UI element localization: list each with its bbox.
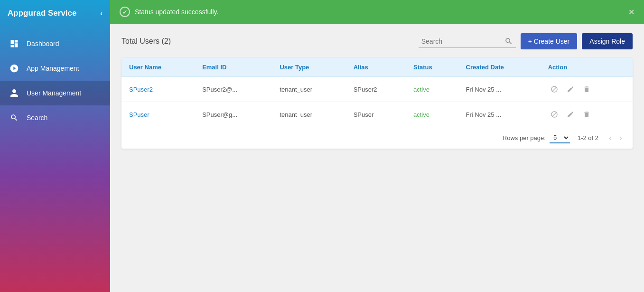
username-link[interactable]: SPuser2 bbox=[129, 86, 153, 93]
users-table-container: User Name Email ID User Type Alias Statu… bbox=[121, 58, 633, 149]
sidebar-item-user-management[interactable]: User Management bbox=[0, 81, 110, 105]
prev-page-button[interactable]: ‹ bbox=[606, 132, 615, 144]
cell-actions bbox=[541, 77, 633, 102]
content-area: Total Users (2) + Create User Assign Rol… bbox=[110, 24, 644, 292]
block-icon[interactable] bbox=[548, 108, 560, 121]
cell-alias: SPuser2 bbox=[346, 77, 406, 102]
page-info: 1-2 of 2 bbox=[578, 134, 598, 141]
next-page-button[interactable]: › bbox=[616, 132, 625, 144]
search-button[interactable] bbox=[504, 37, 513, 46]
delete-icon[interactable] bbox=[580, 108, 593, 121]
sidebar-item-app-management-label: App Management bbox=[27, 65, 79, 72]
users-table: User Name Email ID User Type Alias Statu… bbox=[121, 58, 633, 127]
col-username: User Name bbox=[121, 58, 195, 77]
cell-username: SPuser bbox=[121, 102, 195, 127]
edit-icon[interactable] bbox=[564, 83, 577, 95]
status-badge: active bbox=[413, 111, 429, 118]
dashboard-icon bbox=[9, 38, 20, 49]
success-icon: ✓ bbox=[120, 7, 130, 17]
search-box bbox=[419, 35, 516, 48]
cell-created-date: Fri Nov 25 ... bbox=[458, 77, 541, 102]
col-status: Status bbox=[406, 58, 458, 77]
banner-close-button[interactable]: ✕ bbox=[628, 8, 635, 17]
success-banner: ✓ Status updated successfully. ✕ bbox=[110, 0, 644, 24]
rows-per-page-select[interactable]: 5 10 25 50 bbox=[550, 132, 570, 143]
top-bar-actions: + Create User Assign Role bbox=[419, 33, 633, 49]
sidebar-nav: Dashboard App Management User Management… bbox=[0, 31, 110, 130]
sidebar-item-search-label: Search bbox=[27, 114, 47, 122]
app-name: Appgurad Service bbox=[8, 9, 77, 18]
table-header-row: User Name Email ID User Type Alias Statu… bbox=[121, 58, 633, 77]
create-user-button[interactable]: + Create User bbox=[521, 33, 578, 49]
sidebar-item-app-management[interactable]: App Management bbox=[0, 56, 110, 81]
user-management-icon bbox=[9, 87, 20, 99]
sidebar-item-dashboard-label: Dashboard bbox=[27, 40, 59, 47]
app-management-icon bbox=[9, 63, 20, 74]
cell-status: active bbox=[406, 77, 458, 102]
top-bar: Total Users (2) + Create User Assign Rol… bbox=[121, 33, 633, 49]
sidebar-item-search[interactable]: Search bbox=[0, 105, 110, 130]
search-input[interactable] bbox=[421, 38, 504, 45]
main-content: ✓ Status updated successfully. ✕ Total U… bbox=[110, 0, 644, 292]
cell-usertype: tenant_user bbox=[272, 77, 345, 102]
search-nav-icon bbox=[9, 112, 20, 123]
page-nav: ‹ › bbox=[606, 132, 625, 144]
table-row: SPuser2 SPuser2@... tenant_user SPuser2 … bbox=[121, 77, 633, 102]
rows-per-page-label: Rows per page: bbox=[503, 134, 546, 141]
sidebar-collapse-button[interactable]: ‹ bbox=[100, 9, 103, 17]
page-title: Total Users (2) bbox=[121, 37, 171, 46]
cell-actions bbox=[541, 102, 633, 127]
action-icons bbox=[548, 83, 625, 95]
rows-per-page: Rows per page: 5 10 25 50 bbox=[503, 132, 570, 143]
pagination-row: Rows per page: 5 10 25 50 1-2 of 2 ‹ › bbox=[121, 127, 633, 149]
cell-status: active bbox=[406, 102, 458, 127]
cell-usertype: tenant_user bbox=[272, 102, 345, 127]
sidebar: Appgurad Service ‹ Dashboard App Managem… bbox=[0, 0, 110, 292]
col-email: Email ID bbox=[195, 58, 272, 77]
sidebar-item-dashboard[interactable]: Dashboard bbox=[0, 31, 110, 56]
col-usertype: User Type bbox=[272, 58, 345, 77]
cell-username: SPuser2 bbox=[121, 77, 195, 102]
col-created-date: Created Date bbox=[458, 58, 541, 77]
status-badge: active bbox=[413, 86, 429, 93]
cell-alias: SPuser bbox=[346, 102, 406, 127]
cell-email: SPuser@g... bbox=[195, 102, 272, 127]
cell-created-date: Fri Nov 25 ... bbox=[458, 102, 541, 127]
username-link[interactable]: SPuser bbox=[129, 111, 149, 118]
assign-role-button[interactable]: Assign Role bbox=[582, 33, 633, 49]
col-action: Action bbox=[541, 58, 633, 77]
action-icons bbox=[548, 108, 625, 121]
sidebar-item-user-management-label: User Management bbox=[27, 89, 81, 97]
block-icon[interactable] bbox=[548, 83, 560, 95]
table-row: SPuser SPuser@g... tenant_user SPuser ac… bbox=[121, 102, 633, 127]
banner-message: Status updated successfully. bbox=[135, 8, 218, 16]
cell-email: SPuser2@... bbox=[195, 77, 272, 102]
delete-icon[interactable] bbox=[580, 83, 593, 95]
sidebar-header: Appgurad Service ‹ bbox=[0, 0, 110, 27]
edit-icon[interactable] bbox=[564, 108, 577, 121]
col-alias: Alias bbox=[346, 58, 406, 77]
